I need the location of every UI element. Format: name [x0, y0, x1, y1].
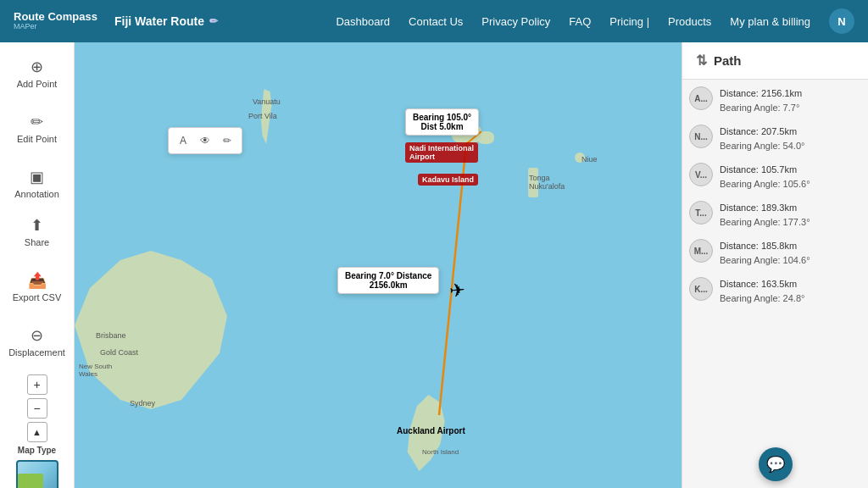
path-dot-4: M... [689, 239, 713, 263]
nav-faq[interactable]: FAQ [569, 15, 591, 28]
path-info-3: Distance: 189.3km Bearing Angle: 177.3° [720, 201, 810, 229]
annotation-icon: ▣ [30, 168, 44, 186]
path-item-1: N... Distance: 207.5km Bearing Angle: 54… [689, 125, 861, 152]
right-panel: ⇅ Path A... Distance: 2156.1km Bearing A… [682, 42, 868, 488]
path-info-5: Distance: 163.5km Bearing Angle: 24.8° [720, 277, 804, 305]
header: Route Compass MAPer Fiji Water Route ✏ D… [0, 0, 868, 42]
zoom-out-button[interactable]: − [27, 398, 47, 419]
sidebar-item-annotation[interactable]: ▣ Annotation [5, 161, 70, 206]
user-avatar[interactable]: N [829, 8, 854, 34]
path-distance-2: Distance: 105.7km [720, 163, 810, 177]
path-bearing-5: Bearing Angle: 24.8° [720, 291, 804, 306]
path-dot-1: N... [689, 125, 713, 148]
path-distance-0: Distance: 2156.1km [720, 86, 802, 101]
map-area[interactable]: ✈ A 👁 ✏ Bearing 105.0° Dist 5.0km Nadi I… [75, 42, 682, 488]
map-thumbnail-land [18, 474, 43, 488]
path-dot-3: T... [689, 201, 713, 225]
map-type-thumbnail[interactable] [16, 460, 58, 488]
add-point-icon: ⊕ [31, 58, 43, 76]
share-icon: ⬆ [31, 216, 43, 235]
path-info-4: Distance: 185.8km Bearing Angle: 104.6° [720, 239, 810, 267]
annotation-edit-btn[interactable]: ✏ [218, 131, 236, 150]
nav-billing[interactable]: My plan & billing [730, 15, 810, 28]
sidebar-item-edit-point[interactable]: ✏ Edit Point [5, 106, 70, 151]
nav-pricing[interactable]: Pricing | [609, 15, 649, 28]
annotation-eye-btn[interactable]: 👁 [196, 131, 214, 150]
path-bearing-1: Bearing Angle: 54.0° [720, 139, 804, 153]
logo-sub: MAPer [14, 23, 97, 31]
map-type-label: Map Type [18, 446, 56, 455]
sidebar-item-add-point[interactable]: ⊕ Add Point [5, 51, 70, 96]
header-nav: Dashboard Contact Us Privacy Policy FAQ … [336, 8, 854, 34]
nav-contact[interactable]: Contact Us [409, 15, 463, 28]
nav-privacy[interactable]: Privacy Policy [481, 15, 550, 28]
path-distance-4: Distance: 185.8km [720, 239, 810, 253]
route-svg [75, 42, 682, 488]
annotation-text-btn[interactable]: A [174, 131, 192, 150]
svg-line-1 [466, 131, 481, 144]
path-bearing-3: Bearing Angle: 177.3° [720, 215, 810, 230]
nav-products[interactable]: Products [668, 15, 711, 28]
left-sidebar: ⊕ Add Point ✏ Edit Point ▣ Annotation ⬆ … [0, 42, 75, 488]
path-panel-title: Path [714, 53, 742, 68]
sidebar-item-export-csv[interactable]: 📤 Export CSV [5, 264, 70, 309]
sidebar-item-share[interactable]: ⬆ Share [5, 209, 70, 254]
path-item-2: V... Distance: 105.7km Bearing Angle: 10… [689, 163, 861, 191]
path-panel-header: ⇅ Path [682, 42, 868, 80]
path-item-5: K... Distance: 163.5km Bearing Angle: 24… [689, 277, 861, 305]
path-dot-5: K... [689, 277, 713, 301]
zoom-in-button[interactable]: + [27, 374, 47, 395]
path-distance-3: Distance: 189.3km [720, 201, 810, 215]
nav-dashboard[interactable]: Dashboard [336, 15, 390, 28]
path-list: A... Distance: 2156.1km Bearing Angle: 7… [682, 80, 868, 441]
map-controls: + − ▲ Map Type [0, 368, 74, 488]
path-panel-icon: ⇅ [696, 53, 707, 69]
path-info-2: Distance: 105.7km Bearing Angle: 105.6° [720, 163, 810, 191]
path-info-0: Distance: 2156.1km Bearing Angle: 7.7° [720, 86, 802, 114]
path-distance-5: Distance: 163.5km [720, 277, 804, 291]
sidebar-item-displacement[interactable]: ⊖ Displacement [5, 319, 70, 364]
path-bearing-0: Bearing Angle: 7.7° [720, 101, 802, 115]
svg-line-0 [439, 144, 466, 415]
path-bearing-2: Bearing Angle: 105.6° [720, 177, 810, 191]
path-info-1: Distance: 207.5km Bearing Angle: 54.0° [720, 125, 804, 152]
export-csv-icon: 📤 [28, 271, 47, 290]
edit-route-icon[interactable]: ✏ [209, 15, 218, 27]
displacement-icon: ⊖ [31, 326, 43, 345]
path-bearing-4: Bearing Angle: 104.6° [720, 253, 810, 268]
path-dot-2: V... [689, 163, 713, 186]
path-item-3: T... Distance: 189.3km Bearing Angle: 17… [689, 201, 861, 229]
compass-button[interactable]: ▲ [27, 422, 47, 442]
edit-point-icon: ✏ [31, 113, 43, 131]
main-layout: ⊕ Add Point ✏ Edit Point ▣ Annotation ⬆ … [0, 42, 868, 488]
path-dot-0: A... [689, 86, 713, 110]
fab-button[interactable]: 💬 [759, 447, 793, 481]
path-distance-1: Distance: 207.5km [720, 125, 804, 139]
route-title: Fiji Water Route ✏ [114, 14, 218, 28]
path-item-0: A... Distance: 2156.1km Bearing Angle: 7… [689, 86, 861, 114]
logo-name: Route Compass [14, 11, 97, 23]
logo-area: Route Compass MAPer [14, 11, 97, 31]
path-item-4: M... Distance: 185.8km Bearing Angle: 10… [689, 239, 861, 267]
annotation-toolbar: A 👁 ✏ [168, 127, 242, 154]
